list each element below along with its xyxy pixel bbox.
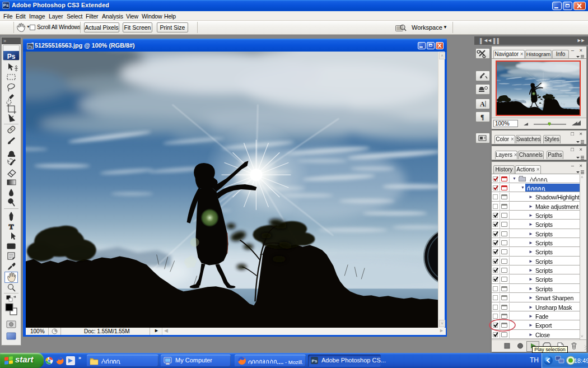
svg-text:¶: ¶ [480,113,484,121]
svg-text:18:49: 18:49 [574,357,588,364]
svg-text:»: » [78,355,81,361]
svg-text:Ps: Ps [312,358,318,364]
svg-text:»: » [3,38,6,44]
svg-text:Ps: Ps [7,53,16,60]
svg-text:Ps: Ps [28,45,32,49]
svg-text:T: T [9,222,14,231]
svg-text:- Mozill...: - Mozill... [285,359,303,365]
svg-text:A: A [480,100,485,108]
